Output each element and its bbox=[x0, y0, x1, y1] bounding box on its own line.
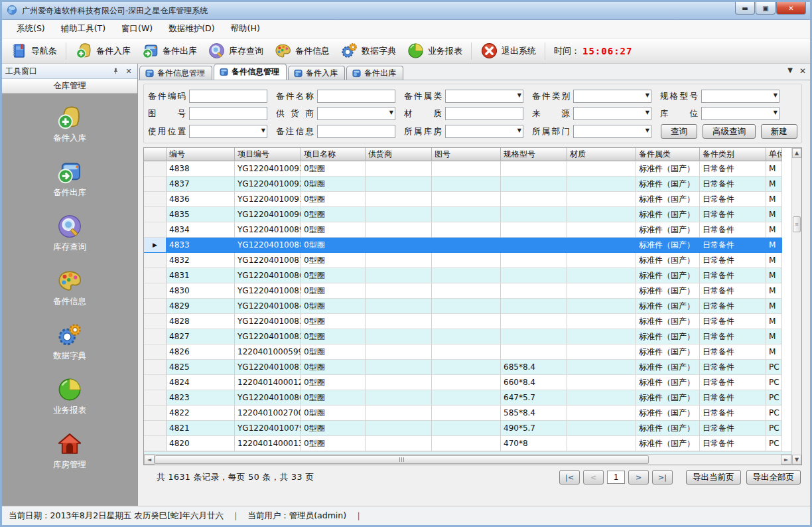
first-page-button[interactable]: |< bbox=[559, 470, 580, 485]
toolbar-button-stock-query[interactable]: 库存查询 bbox=[202, 40, 269, 62]
toolbar-button-spare-out[interactable]: 备件出库 bbox=[136, 40, 202, 62]
menu-item-0[interactable]: 系统(S) bbox=[9, 21, 53, 37]
tab-close-icon[interactable]: ✕ bbox=[799, 66, 806, 76]
table-row[interactable]: 4823YG122040100800型圈647*5.7标准件（国产）日常备件PC bbox=[144, 390, 791, 406]
pin-icon[interactable] bbox=[110, 66, 121, 76]
table-row[interactable]: 482012204014000130型圈470*8标准件（国产）日常备件PC bbox=[144, 436, 791, 451]
column-header-1[interactable]: 项目编号 bbox=[235, 148, 301, 161]
menu-item-2[interactable]: 窗口(W) bbox=[113, 21, 161, 37]
tab-1[interactable]: 备件信息管理 bbox=[214, 64, 287, 80]
sidebar-item-stock-query[interactable]: 库存查询 bbox=[30, 213, 109, 253]
table-row[interactable]: 4838YG122040100930型圈标准件（国产）日常备件M bbox=[144, 161, 791, 177]
vertical-scrollbar[interactable]: ▲ ≡ ▼ bbox=[791, 148, 801, 465]
sidebar-item-spare-in[interactable]: 备件入库 bbox=[30, 104, 109, 144]
remark-input[interactable] bbox=[317, 125, 395, 138]
page-number-input[interactable] bbox=[607, 471, 625, 484]
cell: 日常备件 bbox=[700, 344, 766, 360]
last-page-button[interactable]: >| bbox=[652, 470, 673, 485]
table-row[interactable]: 4829YG122040100840型圈标准件（国产）日常备件M bbox=[144, 299, 791, 314]
scroll-down-icon[interactable]: ▼ bbox=[792, 455, 801, 465]
toolbar-button-data-dict[interactable]: 数据字典 bbox=[335, 40, 401, 62]
drawing-no-input[interactable] bbox=[189, 107, 267, 120]
h-scroll-thumb[interactable] bbox=[155, 455, 649, 464]
table-row[interactable]: 4836YG122040100910型圈标准件（国产）日常备件M bbox=[144, 192, 791, 207]
column-header-0[interactable]: 编号 bbox=[167, 148, 235, 161]
location-combo[interactable]: ▼ bbox=[701, 107, 779, 120]
column-header-3[interactable]: 供货商 bbox=[366, 148, 432, 161]
toolbar-button-navbar[interactable]: 导航条 bbox=[5, 40, 62, 62]
department-combo[interactable]: ▼ bbox=[573, 125, 651, 138]
spare-name-input[interactable] bbox=[317, 90, 395, 103]
sidebar-item-report[interactable]: 业务报表 bbox=[30, 376, 109, 416]
cell: 647*5.7 bbox=[501, 390, 567, 406]
table-row[interactable]: 4830YG122040100850型圈标准件（国产）日常备件M bbox=[144, 283, 791, 299]
scroll-left-icon[interactable]: ◄ bbox=[144, 455, 155, 465]
spare-category-combo[interactable]: ▼ bbox=[445, 90, 523, 103]
table-row[interactable]: 4825YG122040100810型圈685*8.4标准件（国产）日常备件PC bbox=[144, 360, 791, 375]
next-page-button[interactable]: > bbox=[628, 470, 649, 485]
table-row[interactable]: 482612204010005990型圈标准件（国产）日常备件M bbox=[144, 344, 791, 360]
scroll-up-icon[interactable]: ▲ bbox=[792, 148, 801, 158]
table-row[interactable]: 4821YG122040100790型圈490*5.7标准件（国产）日常备件PC bbox=[144, 421, 791, 436]
cell: 标准件（国产） bbox=[636, 222, 700, 238]
toolbar-button-spare-in[interactable]: 备件入库 bbox=[70, 40, 136, 62]
column-header-6[interactable]: 材质 bbox=[567, 148, 636, 161]
minimize-button[interactable]: ▬ bbox=[735, 2, 755, 15]
menu-item-1[interactable]: 辅助工具(T) bbox=[53, 21, 113, 37]
spec-model-combo[interactable]: ▼ bbox=[701, 90, 779, 103]
tab-list-dropdown-icon[interactable]: ▼ bbox=[787, 66, 793, 76]
table-row[interactable]: 4828YG122040100830型圈标准件（国产）日常备件M bbox=[144, 314, 791, 329]
sidebar-item-spare-info[interactable]: 备件信息 bbox=[30, 267, 109, 307]
cell bbox=[366, 177, 432, 192]
cell: M bbox=[766, 329, 782, 344]
table-row[interactable]: 482212204010027000型圈585*8.4标准件（国产）日常备件PC bbox=[144, 406, 791, 421]
column-header-7[interactable]: 备件属类 bbox=[636, 148, 700, 161]
table-row[interactable]: 4835YG122040100900型圈标准件（国产）日常备件M bbox=[144, 207, 791, 222]
table-row[interactable]: ▶4833YG122040100880型圈标准件（国产）日常备件M bbox=[144, 238, 791, 253]
source-combo[interactable]: ▼ bbox=[573, 107, 651, 120]
column-header-9[interactable]: 单位 bbox=[766, 148, 782, 161]
toolbar-button-spare-info[interactable]: 备件信息 bbox=[269, 40, 335, 62]
tool-panel: 工具窗口 ✕ 仓库管理 备件入库备件出库库存查询备件信息数据字典业务报表库房管理 bbox=[2, 64, 138, 506]
toolbar-button-exit[interactable]: 退出系统 bbox=[475, 40, 541, 62]
supplier-combo[interactable]: ▼ bbox=[317, 107, 395, 120]
prev-page-button[interactable]: < bbox=[583, 470, 604, 485]
usage-position-combo[interactable]: ▼ bbox=[189, 125, 267, 138]
table-row[interactable]: 4837YG122040100920型圈标准件（国产）日常备件M bbox=[144, 177, 791, 192]
v-scroll-thumb[interactable]: ≡ bbox=[793, 216, 801, 232]
table-row[interactable]: 4827YG122040100820型圈标准件（国产）日常备件M bbox=[144, 329, 791, 344]
scroll-right-icon[interactable]: ► bbox=[781, 455, 791, 465]
spare-code-input[interactable] bbox=[189, 90, 267, 103]
column-header-8[interactable]: 备件类别 bbox=[700, 148, 766, 161]
advanced-query-button[interactable]: 高级查询 bbox=[703, 124, 756, 139]
close-button[interactable]: ✕ bbox=[776, 2, 806, 15]
cell bbox=[366, 406, 432, 421]
spare-class-combo[interactable]: ▼ bbox=[573, 90, 651, 103]
menu-item-3[interactable]: 数据维护(D) bbox=[161, 21, 222, 37]
column-header-4[interactable]: 图号 bbox=[432, 148, 501, 161]
maximize-button[interactable]: ▣ bbox=[756, 2, 776, 15]
column-header-5[interactable]: 规格型号 bbox=[501, 148, 567, 161]
tab-3[interactable]: 备件出库 bbox=[346, 66, 403, 80]
table-row[interactable]: 4832YG122040100870型圈标准件（国产）日常备件M bbox=[144, 253, 791, 268]
export-current-page-button[interactable]: 导出当前页 bbox=[686, 470, 741, 485]
material-input[interactable] bbox=[445, 107, 523, 120]
sidebar-item-warehouse[interactable]: 库房管理 bbox=[30, 431, 109, 471]
column-header-2[interactable]: 项目名称 bbox=[301, 148, 366, 161]
chevron-down-icon: ▼ bbox=[389, 110, 393, 115]
close-panel-icon[interactable]: ✕ bbox=[123, 66, 134, 76]
new-button[interactable]: 新建 bbox=[761, 124, 797, 139]
toolbar-button-report[interactable]: 业务报表 bbox=[401, 40, 468, 62]
table-row[interactable]: 4834YG122040100890型圈标准件（国产）日常备件M bbox=[144, 222, 791, 238]
sidebar-item-spare-out[interactable]: 备件出库 bbox=[30, 159, 109, 198]
tab-0[interactable]: 备件信息管理 bbox=[139, 66, 212, 80]
table-row[interactable]: 482412204014000120型圈660*8.4标准件（国产）日常备件PC bbox=[144, 375, 791, 390]
menu-item-4[interactable]: 帮助(H) bbox=[223, 21, 268, 37]
horizontal-scrollbar[interactable]: ◄ ► bbox=[144, 454, 791, 465]
warehouse-combo[interactable]: ▼ bbox=[445, 125, 523, 138]
query-button[interactable]: 查询 bbox=[661, 124, 697, 139]
table-row[interactable]: 4831YG122040100860型圈标准件（国产）日常备件M bbox=[144, 268, 791, 283]
sidebar-item-data-dict[interactable]: 数据字典 bbox=[30, 322, 109, 362]
tab-2[interactable]: 备件入库 bbox=[288, 66, 345, 80]
export-all-pages-button[interactable]: 导出全部页 bbox=[746, 470, 801, 485]
